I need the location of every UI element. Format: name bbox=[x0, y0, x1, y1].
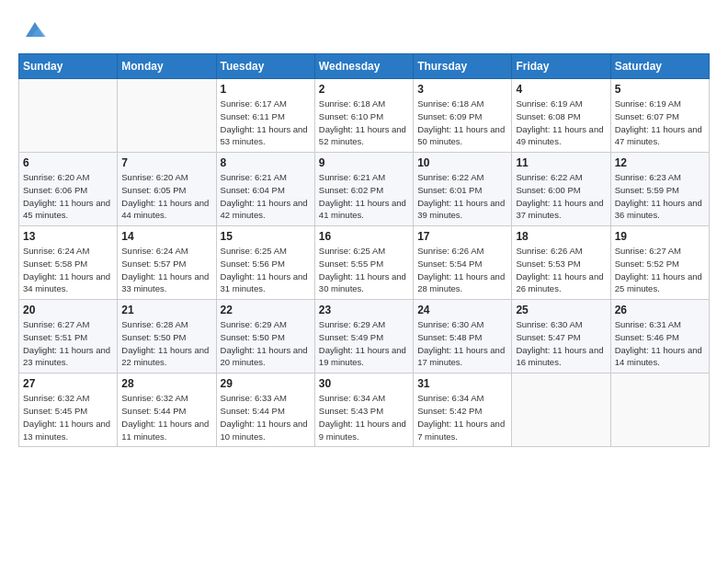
weekday-header-sunday: Sunday bbox=[19, 54, 118, 79]
day-number: 22 bbox=[221, 304, 311, 316]
calendar-cell: 11Sunrise: 6:22 AM Sunset: 6:00 PM Dayli… bbox=[512, 153, 610, 226]
day-info: Sunrise: 6:28 AM Sunset: 5:50 PM Dayligh… bbox=[121, 318, 211, 369]
calendar-cell: 23Sunrise: 6:29 AM Sunset: 5:49 PM Dayli… bbox=[314, 300, 413, 373]
day-info: Sunrise: 6:29 AM Sunset: 5:49 PM Dayligh… bbox=[319, 318, 409, 369]
day-number: 15 bbox=[221, 230, 311, 243]
day-number: 18 bbox=[516, 230, 606, 243]
calendar-cell: 15Sunrise: 6:25 AM Sunset: 5:56 PM Dayli… bbox=[216, 226, 314, 300]
calendar-cell: 21Sunrise: 6:28 AM Sunset: 5:50 PM Dayli… bbox=[118, 300, 216, 373]
day-info: Sunrise: 6:18 AM Sunset: 6:09 PM Dayligh… bbox=[417, 98, 507, 148]
day-number: 21 bbox=[121, 304, 211, 316]
day-info: Sunrise: 6:21 AM Sunset: 6:02 PM Dayligh… bbox=[319, 171, 409, 222]
calendar-cell: 30Sunrise: 6:34 AM Sunset: 5:43 PM Dayli… bbox=[314, 373, 413, 447]
week-row-4: 20Sunrise: 6:27 AM Sunset: 5:51 PM Dayli… bbox=[19, 300, 710, 373]
day-number: 1 bbox=[221, 83, 311, 96]
day-number: 27 bbox=[23, 377, 113, 390]
week-row-5: 27Sunrise: 6:32 AM Sunset: 5:45 PM Dayli… bbox=[19, 373, 710, 447]
weekday-header-saturday: Saturday bbox=[610, 54, 709, 79]
day-info: Sunrise: 6:34 AM Sunset: 5:43 PM Dayligh… bbox=[319, 392, 409, 442]
calendar-cell: 31Sunrise: 6:34 AM Sunset: 5:42 PM Dayli… bbox=[414, 373, 512, 447]
calendar-cell: 6Sunrise: 6:20 AM Sunset: 6:06 PM Daylig… bbox=[19, 153, 118, 226]
calendar-cell: 9Sunrise: 6:21 AM Sunset: 6:02 PM Daylig… bbox=[314, 153, 413, 226]
calendar-page: SundayMondayTuesdayWednesdayThursdayFrid… bbox=[0, 0, 728, 563]
calendar-cell: 25Sunrise: 6:30 AM Sunset: 5:47 PM Dayli… bbox=[512, 300, 610, 373]
calendar-cell: 3Sunrise: 6:18 AM Sunset: 6:09 PM Daylig… bbox=[414, 79, 512, 153]
calendar-cell: 10Sunrise: 6:22 AM Sunset: 6:01 PM Dayli… bbox=[414, 153, 512, 226]
day-number: 6 bbox=[23, 156, 113, 169]
day-number: 12 bbox=[615, 156, 705, 169]
day-number: 11 bbox=[516, 156, 606, 169]
day-info: Sunrise: 6:34 AM Sunset: 5:42 PM Dayligh… bbox=[417, 392, 507, 442]
day-info: Sunrise: 6:24 AM Sunset: 5:57 PM Dayligh… bbox=[121, 245, 211, 295]
calendar-cell bbox=[512, 373, 610, 447]
logo bbox=[18, 17, 48, 42]
day-info: Sunrise: 6:29 AM Sunset: 5:50 PM Dayligh… bbox=[221, 318, 311, 369]
day-info: Sunrise: 6:25 AM Sunset: 5:56 PM Dayligh… bbox=[221, 245, 311, 295]
day-info: Sunrise: 6:26 AM Sunset: 5:54 PM Dayligh… bbox=[417, 245, 507, 295]
calendar-cell: 14Sunrise: 6:24 AM Sunset: 5:57 PM Dayli… bbox=[118, 226, 216, 300]
calendar-cell: 19Sunrise: 6:27 AM Sunset: 5:52 PM Dayli… bbox=[610, 226, 709, 300]
calendar-cell: 13Sunrise: 6:24 AM Sunset: 5:58 PM Dayli… bbox=[19, 226, 118, 300]
calendar-cell: 4Sunrise: 6:19 AM Sunset: 6:08 PM Daylig… bbox=[512, 79, 610, 153]
calendar-cell: 16Sunrise: 6:25 AM Sunset: 5:55 PM Dayli… bbox=[314, 226, 413, 300]
day-info: Sunrise: 6:22 AM Sunset: 6:01 PM Dayligh… bbox=[417, 171, 507, 222]
calendar-cell: 5Sunrise: 6:19 AM Sunset: 6:07 PM Daylig… bbox=[610, 79, 709, 153]
day-number: 24 bbox=[417, 304, 507, 316]
day-number: 16 bbox=[319, 230, 409, 243]
day-number: 9 bbox=[319, 156, 409, 169]
calendar-cell: 26Sunrise: 6:31 AM Sunset: 5:46 PM Dayli… bbox=[610, 300, 709, 373]
day-info: Sunrise: 6:19 AM Sunset: 6:07 PM Dayligh… bbox=[615, 98, 705, 148]
calendar-cell: 27Sunrise: 6:32 AM Sunset: 5:45 PM Dayli… bbox=[19, 373, 118, 447]
calendar-cell: 22Sunrise: 6:29 AM Sunset: 5:50 PM Dayli… bbox=[216, 300, 314, 373]
week-row-3: 13Sunrise: 6:24 AM Sunset: 5:58 PM Dayli… bbox=[19, 226, 710, 300]
day-number: 25 bbox=[516, 304, 606, 316]
day-number: 8 bbox=[221, 156, 311, 169]
day-info: Sunrise: 6:26 AM Sunset: 5:53 PM Dayligh… bbox=[516, 245, 606, 295]
day-info: Sunrise: 6:20 AM Sunset: 6:05 PM Dayligh… bbox=[121, 171, 211, 222]
calendar-cell: 12Sunrise: 6:23 AM Sunset: 5:59 PM Dayli… bbox=[610, 153, 709, 226]
day-number: 7 bbox=[121, 156, 211, 169]
calendar-cell: 28Sunrise: 6:32 AM Sunset: 5:44 PM Dayli… bbox=[118, 373, 216, 447]
calendar-cell: 24Sunrise: 6:30 AM Sunset: 5:48 PM Dayli… bbox=[414, 300, 512, 373]
day-number: 2 bbox=[319, 83, 409, 96]
day-info: Sunrise: 6:32 AM Sunset: 5:44 PM Dayligh… bbox=[121, 392, 211, 442]
calendar-cell bbox=[610, 373, 709, 447]
day-number: 20 bbox=[23, 304, 113, 316]
day-number: 17 bbox=[417, 230, 507, 243]
day-number: 4 bbox=[516, 83, 606, 96]
logo-icon bbox=[22, 17, 48, 42]
day-number: 10 bbox=[417, 156, 507, 169]
day-info: Sunrise: 6:22 AM Sunset: 6:00 PM Dayligh… bbox=[516, 171, 606, 222]
calendar-cell: 8Sunrise: 6:21 AM Sunset: 6:04 PM Daylig… bbox=[216, 153, 314, 226]
day-number: 26 bbox=[615, 304, 705, 316]
header bbox=[18, 17, 710, 42]
day-info: Sunrise: 6:24 AM Sunset: 5:58 PM Dayligh… bbox=[23, 245, 113, 295]
day-info: Sunrise: 6:20 AM Sunset: 6:06 PM Dayligh… bbox=[23, 171, 113, 222]
day-number: 29 bbox=[221, 377, 311, 390]
day-info: Sunrise: 6:30 AM Sunset: 5:47 PM Dayligh… bbox=[516, 318, 606, 369]
week-row-1: 1Sunrise: 6:17 AM Sunset: 6:11 PM Daylig… bbox=[19, 79, 710, 153]
day-number: 28 bbox=[121, 377, 211, 390]
day-number: 13 bbox=[23, 230, 113, 243]
calendar-table: SundayMondayTuesdayWednesdayThursdayFrid… bbox=[18, 53, 710, 447]
day-info: Sunrise: 6:31 AM Sunset: 5:46 PM Dayligh… bbox=[615, 318, 705, 369]
day-info: Sunrise: 6:27 AM Sunset: 5:51 PM Dayligh… bbox=[23, 318, 113, 369]
calendar-cell: 1Sunrise: 6:17 AM Sunset: 6:11 PM Daylig… bbox=[216, 79, 314, 153]
weekday-header-wednesday: Wednesday bbox=[314, 54, 413, 79]
weekday-header-friday: Friday bbox=[512, 54, 610, 79]
weekday-header-row: SundayMondayTuesdayWednesdayThursdayFrid… bbox=[19, 54, 710, 79]
weekday-header-tuesday: Tuesday bbox=[216, 54, 314, 79]
calendar-cell bbox=[118, 79, 216, 153]
day-info: Sunrise: 6:33 AM Sunset: 5:44 PM Dayligh… bbox=[221, 392, 311, 442]
day-info: Sunrise: 6:25 AM Sunset: 5:55 PM Dayligh… bbox=[319, 245, 409, 295]
day-number: 3 bbox=[417, 83, 507, 96]
weekday-header-monday: Monday bbox=[118, 54, 216, 79]
day-number: 19 bbox=[615, 230, 705, 243]
day-info: Sunrise: 6:19 AM Sunset: 6:08 PM Dayligh… bbox=[516, 98, 606, 148]
day-info: Sunrise: 6:30 AM Sunset: 5:48 PM Dayligh… bbox=[417, 318, 507, 369]
day-info: Sunrise: 6:27 AM Sunset: 5:52 PM Dayligh… bbox=[615, 245, 705, 295]
day-info: Sunrise: 6:32 AM Sunset: 5:45 PM Dayligh… bbox=[23, 392, 113, 442]
calendar-cell: 2Sunrise: 6:18 AM Sunset: 6:10 PM Daylig… bbox=[314, 79, 413, 153]
day-info: Sunrise: 6:17 AM Sunset: 6:11 PM Dayligh… bbox=[221, 98, 311, 148]
day-number: 14 bbox=[121, 230, 211, 243]
